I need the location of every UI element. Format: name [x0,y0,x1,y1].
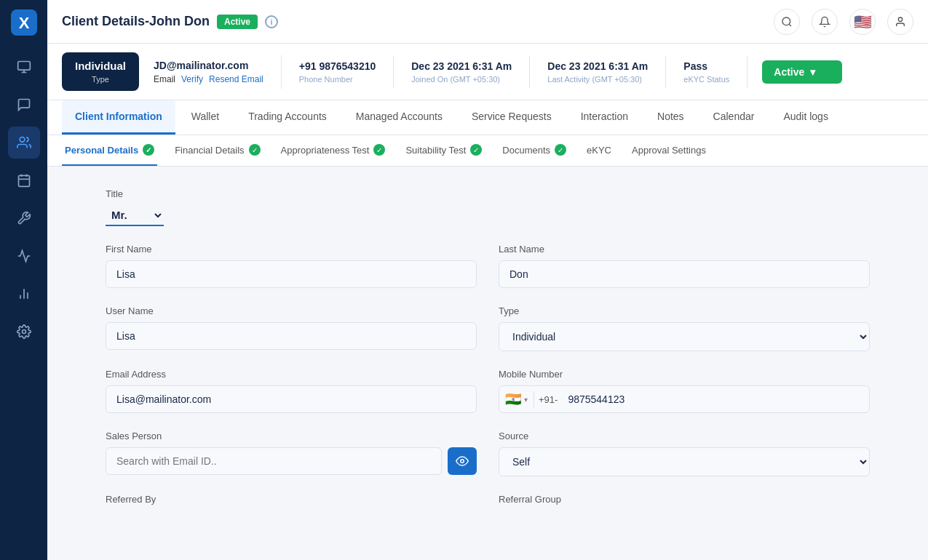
client-ekyc-field: Pass eKYC Status [666,56,747,88]
svg-text:X: X [18,14,29,32]
username-type-row: User Name Type Individual Corporate [106,305,870,351]
language-selector[interactable]: 🇺🇸 [849,9,876,35]
flag-selector[interactable]: 🇮🇳 ▾ [499,391,534,407]
appropriateness-check-icon: ✓ [373,144,385,156]
client-email-field: JD@mailinator.com Email Verify Resend Em… [154,55,282,89]
last-name-label: Last Name [499,244,870,255]
mobile-input[interactable] [562,386,869,412]
suitability-check-icon: ✓ [470,144,482,156]
sub-tab-appropriateness-test[interactable]: Appropriateness Test ✓ [278,135,389,166]
sidebar-item-marketing[interactable] [8,240,40,272]
client-joined-value: Dec 23 2021 6:31 Am [411,60,512,72]
client-last-activity-label: Last Activity (GMT +05:30) [547,75,648,84]
sub-tab-personal-details[interactable]: Personal Details ✓ [62,135,157,166]
client-last-activity-field: Dec 23 2021 6:31 Am Last Activity (GMT +… [530,56,666,88]
title-select-wrapper: Mr. Mrs. Ms. Dr. [106,205,266,226]
status-dropdown-value: Active [774,66,804,78]
documents-label: Documents [502,145,550,156]
client-last-activity-value: Dec 23 2021 6:31 Am [547,60,648,72]
client-email-value: JD@mailinator.com [154,60,263,71]
sidebar-item-chat[interactable] [8,89,40,121]
client-type-value: Individual [75,60,126,72]
tab-notes[interactable]: Notes [644,100,697,135]
source-group: Source Self Referral Marketing [499,431,870,476]
search-button[interactable] [774,9,800,35]
topbar: Client Details-John Don Active i 🇺🇸 [47,0,928,44]
title-select[interactable]: Mr. Mrs. Ms. Dr. [106,205,164,226]
sidebar-item-calendar[interactable] [8,164,40,196]
ekyc-label: eKYC [587,145,611,156]
sales-person-label: Sales Person [106,431,477,441]
user-menu-button[interactable] [887,9,913,35]
svg-point-14 [782,17,790,25]
svg-point-13 [22,330,25,334]
first-name-input[interactable] [106,260,477,288]
notifications-button[interactable] [812,9,838,35]
sidebar-item-reports[interactable] [8,278,40,310]
documents-check-icon: ✓ [555,144,566,156]
first-name-label: First Name [106,244,477,255]
svg-rect-6 [18,175,29,186]
sidebar-item-settings[interactable] [8,316,40,348]
personal-details-check-icon: ✓ [143,144,154,156]
personal-details-label: Personal Details [65,145,138,156]
sub-tab-suitability-test[interactable]: Suitability Test ✓ [402,135,485,166]
chevron-down-icon: ▾ [810,66,815,78]
sales-person-input[interactable] [106,447,442,475]
title-row: Title Mr. Mrs. Ms. Dr. [106,188,870,226]
tab-audit-logs[interactable]: Audit logs [770,100,841,135]
sidebar-item-monitor[interactable] [8,51,40,83]
sub-tab-financial-details[interactable]: Financial Details ✓ [172,135,263,166]
client-phone-label: Phone Number [299,75,376,84]
email-mobile-row: Email Address Mobile Number 🇮🇳 ▾ +91- [106,369,870,413]
sales-person-eye-button[interactable] [448,447,477,475]
form-area: Title Mr. Mrs. Ms. Dr. First Name Last N… [47,167,928,560]
referred-by-label: Referred By [106,494,477,505]
client-info-fields: JD@mailinator.com Email Verify Resend Em… [154,52,913,91]
tab-calendar[interactable]: Calendar [700,100,768,135]
referral-group-label: Referral Group [499,494,870,505]
client-phone-field: +91 9876543210 Phone Number [282,56,394,88]
tab-client-information[interactable]: Client Information [62,100,175,135]
client-ekyc-value: Pass [683,60,729,72]
svg-point-5 [20,137,25,143]
title-label: Title [106,188,266,199]
svg-line-15 [789,24,791,26]
financial-details-label: Financial Details [175,145,244,156]
mobile-label: Mobile Number [499,369,870,380]
client-type-badge: Individual Type [62,52,139,91]
tab-managed-accounts[interactable]: Managed Accounts [343,100,456,135]
financial-details-check-icon: ✓ [249,144,261,156]
sidebar-item-tools[interactable] [8,202,40,234]
sub-tab-approval-settings[interactable]: Approval Settings [629,135,709,166]
sidebar-item-users[interactable] [8,127,40,159]
first-name-group: First Name [106,244,477,288]
type-select[interactable]: Individual Corporate [499,322,870,351]
last-name-input[interactable] [499,260,870,288]
email-input[interactable] [106,385,477,413]
tab-interaction[interactable]: Interaction [568,100,641,135]
tab-wallet[interactable]: Wallet [178,100,232,135]
tab-trading-accounts[interactable]: Trading Accounts [235,100,340,135]
suitability-test-label: Suitability Test [405,145,466,156]
source-label: Source [499,431,870,441]
info-icon[interactable]: i [265,15,278,28]
verify-link[interactable]: Verify [181,74,203,84]
svg-point-16 [898,17,902,21]
svg-point-17 [461,460,464,463]
page-title-area: Client Details-John Don Active i [62,14,278,29]
resend-email-link[interactable]: Resend Email [209,74,263,84]
username-input[interactable] [106,322,477,350]
sub-tab-ekyc[interactable]: eKYC [584,135,614,166]
referral-row: Referred By Referral Group [106,494,870,505]
status-dropdown[interactable]: Active ▾ [762,60,842,84]
appropriateness-test-label: Appropriateness Test [281,145,370,156]
svg-rect-2 [17,62,30,71]
tab-service-requests[interactable]: Service Requests [459,100,565,135]
name-row: First Name Last Name [106,244,870,288]
source-select[interactable]: Self Referral Marketing [499,447,870,476]
mobile-group: Mobile Number 🇮🇳 ▾ +91- [499,369,870,413]
type-group: Type Individual Corporate [499,305,870,351]
sub-tab-documents[interactable]: Documents ✓ [499,135,569,166]
sales-person-group: Sales Person [106,431,477,476]
